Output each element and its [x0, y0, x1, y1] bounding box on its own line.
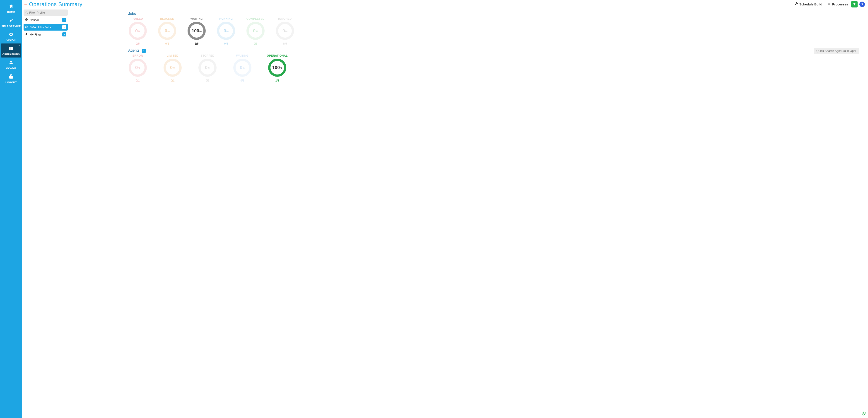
- nav-label: VISION: [1, 39, 21, 42]
- tile-count: 1/1: [275, 79, 279, 82]
- list-check-icon: [8, 48, 14, 52]
- donut-value: 0%: [135, 28, 140, 33]
- content: Jobs FAILED0%0/5BLOCKED0%0/5WAITING100%5…: [69, 9, 868, 418]
- tile-label: ERROR: [132, 54, 143, 57]
- heartbeat-icon[interactable]: [861, 411, 866, 417]
- list-icon: [827, 2, 831, 6]
- nav-home[interactable]: HOME: [1, 1, 21, 15]
- help-button[interactable]: ?: [859, 2, 865, 7]
- donut-value: 100%: [192, 28, 202, 33]
- jobs-tile-waiting[interactable]: WAITING100%5/5: [187, 17, 206, 45]
- nav-label: HOME: [1, 11, 21, 13]
- nav-label: LOGOUT: [1, 81, 21, 84]
- agents-tile-stopped[interactable]: STOPPED0%0/1: [198, 54, 217, 82]
- nav-rail: HOME SELF SERVICE VISION × OPERATIONS OC…: [0, 0, 22, 418]
- tile-count: 0/1: [206, 79, 210, 82]
- lock-icon: [8, 76, 14, 80]
- tile-count: 0/1: [171, 79, 175, 82]
- nav-operations[interactable]: × OPERATIONS: [1, 43, 21, 58]
- tools-icon: [795, 2, 798, 6]
- globe-icon: [25, 18, 28, 22]
- agents-tile-operational[interactable]: OPERATIONAL100%1/1: [268, 54, 287, 82]
- donut-value: 0%: [205, 65, 210, 70]
- tile-label: OPERATIONAL: [267, 54, 288, 57]
- profile-label: My Filter: [30, 33, 60, 36]
- donut-value: 0%: [282, 28, 287, 33]
- schedule-build-button[interactable]: Schedule Build: [795, 2, 822, 6]
- tile-label: STOPPED: [201, 54, 215, 57]
- tile-count: 0/5: [254, 42, 257, 45]
- tile-count: 0/5: [136, 42, 140, 45]
- donut-chart: 0%: [276, 22, 294, 40]
- processes-button[interactable]: Processes: [827, 2, 848, 6]
- tile-label: FAILED: [132, 17, 143, 21]
- nav-ocadm[interactable]: OCADM: [1, 58, 21, 71]
- jobs-tile-completed[interactable]: COMPLETED0%0/5: [246, 17, 265, 45]
- hamburger-icon[interactable]: [24, 2, 27, 6]
- jobs-tile-failed[interactable]: FAILED0%0/5: [128, 17, 147, 45]
- filter-button[interactable]: [851, 1, 858, 7]
- arrow-right-icon[interactable]: [62, 32, 66, 36]
- tile-count: 0/1: [136, 79, 140, 82]
- tile-count: 0/1: [241, 79, 244, 82]
- profile-item-2[interactable]: My Filter: [24, 31, 68, 38]
- tile-label: RUNNING: [219, 17, 233, 21]
- jobs-tile-ignored[interactable]: IGNORED0%0/5: [275, 17, 294, 45]
- donut-chart: 0%: [158, 22, 176, 40]
- tile-count: 0/5: [224, 42, 228, 45]
- donut-chart: 0%: [129, 22, 147, 40]
- eye-icon: [8, 34, 14, 38]
- profile-label: Critical: [30, 18, 60, 22]
- main: Operations Summary Schedule Build Proces…: [22, 0, 868, 418]
- profile-item-0[interactable]: Critical: [24, 17, 68, 23]
- home-icon: [8, 6, 14, 10]
- filter-search[interactable]: [24, 9, 68, 15]
- agents-title: Agents: [128, 49, 140, 52]
- agents-tiles: ERROR0%0/1LIMITED0%0/1STOPPED0%0/1WAITIN…: [128, 54, 859, 82]
- arrow-right-icon[interactable]: [62, 18, 66, 22]
- jobs-tile-running[interactable]: RUNNING0%0/5: [217, 17, 236, 45]
- page-title: Operations Summary: [29, 1, 83, 7]
- jobs-section-title: Jobs: [128, 12, 859, 16]
- header: Operations Summary Schedule Build Proces…: [22, 0, 868, 9]
- donut-value: 0%: [223, 28, 228, 33]
- nav-vision[interactable]: VISION: [1, 29, 21, 43]
- filter-search-input[interactable]: [29, 11, 66, 14]
- agent-search-input[interactable]: [816, 49, 856, 53]
- close-icon[interactable]: ×: [18, 44, 20, 47]
- agent-search[interactable]: [814, 48, 859, 54]
- donut-value: 0%: [165, 28, 170, 33]
- user-icon: [25, 33, 28, 36]
- agents-section-title[interactable]: Agents: [128, 49, 146, 53]
- donut-chart: 100%: [188, 22, 206, 40]
- donut-chart: 100%: [268, 59, 286, 77]
- funnel-icon: [853, 3, 856, 6]
- user-icon: [8, 62, 14, 66]
- agents-tile-error[interactable]: ERROR0%0/1: [128, 54, 147, 82]
- donut-chart: 0%: [163, 59, 182, 77]
- tile-label: WAITING: [236, 54, 249, 57]
- search-icon: [25, 11, 28, 14]
- tile-label: COMPLETED: [246, 17, 265, 21]
- agents-tile-limited[interactable]: LIMITED0%0/1: [163, 54, 182, 82]
- nav-self-service[interactable]: SELF SERVICE: [1, 15, 21, 29]
- arrow-right-icon[interactable]: [142, 49, 146, 53]
- profile-list: CriticalSMA Utility JobsMy Filter: [22, 17, 69, 38]
- donut-chart: 0%: [217, 22, 235, 40]
- arrow-right-icon[interactable]: [62, 25, 66, 29]
- tile-label: IGNORED: [278, 17, 292, 21]
- donut-value: 0%: [135, 65, 140, 70]
- profile-item-1[interactable]: SMA Utility Jobs: [24, 24, 68, 31]
- nav-label: OPERATIONS: [1, 53, 21, 56]
- nav-logout[interactable]: LOGOUT: [1, 71, 21, 86]
- tile-label: WAITING: [190, 17, 203, 21]
- donut-value: 0%: [253, 28, 258, 33]
- schedule-build-label: Schedule Build: [799, 2, 822, 6]
- jobs-tile-blocked[interactable]: BLOCKED0%0/5: [158, 17, 177, 45]
- agents-tile-waiting[interactable]: WAITING0%0/1: [233, 54, 252, 82]
- tile-count: 0/5: [165, 42, 169, 45]
- donut-value: 0%: [170, 65, 175, 70]
- tile-count: 0/5: [283, 42, 287, 45]
- donut-value: 100%: [272, 65, 282, 70]
- filter-panel: CriticalSMA Utility JobsMy Filter: [22, 9, 69, 418]
